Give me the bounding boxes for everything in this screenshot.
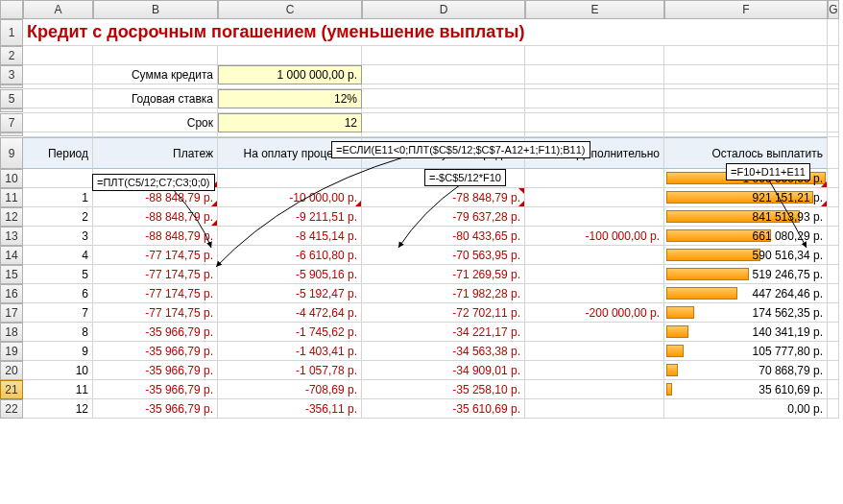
table-cell[interactable]: -77 174,75 р. (93, 265, 218, 284)
table-cell[interactable] (525, 342, 664, 361)
table-cell[interactable]: -35 610,69 р. (362, 399, 525, 419)
row-header-6[interactable] (0, 108, 23, 112)
table-cell[interactable]: -72 702,11 р. (362, 303, 525, 323)
table-cell[interactable] (525, 323, 664, 342)
table-cell[interactable]: -1 745,62 р. (218, 323, 362, 342)
table-cell[interactable]: 9 (23, 342, 93, 361)
table-cell[interactable]: -77 174,75 р. (93, 246, 218, 265)
table-cell[interactable]: -35 966,79 р. (93, 399, 218, 419)
table-cell[interactable] (525, 380, 664, 399)
table-cell[interactable]: -78 848,79 р. (362, 188, 525, 207)
col-header-A[interactable]: A (23, 0, 93, 19)
table-cell[interactable]: -35 966,79 р. (93, 361, 218, 380)
table-cell[interactable]: -70 563,95 р. (362, 246, 525, 265)
sum-input[interactable]: 1 000 000,00 р. (218, 65, 362, 84)
table-cell[interactable]: -79 637,28 р. (362, 207, 525, 227)
row-header-20[interactable]: 20 (0, 361, 23, 380)
row-header-19[interactable]: 19 (0, 342, 23, 361)
table-cell[interactable]: -34 221,17 р. (362, 323, 525, 342)
table-cell[interactable]: 8 (23, 323, 93, 342)
table-cell[interactable]: -34 909,01 р. (362, 361, 525, 380)
row-header-16[interactable]: 16 (0, 284, 23, 303)
table-cell[interactable]: 4 (23, 246, 93, 265)
row-header-4[interactable] (0, 84, 23, 88)
table-cell[interactable] (525, 207, 664, 227)
row-header-14[interactable]: 14 (0, 246, 23, 265)
remaining-cell[interactable]: 921 151,21 р. (664, 188, 828, 207)
remaining-cell[interactable]: 841 513,93 р. (664, 207, 828, 227)
table-cell[interactable]: -88 848,79 р. (93, 227, 218, 246)
table-cell[interactable] (525, 188, 664, 207)
table-cell[interactable] (525, 399, 664, 419)
table-cell[interactable]: -100 000,00 р. (525, 227, 664, 246)
table-cell[interactable]: -35 258,10 р. (362, 380, 525, 399)
table-cell[interactable]: -5 905,16 р. (218, 265, 362, 284)
table-cell[interactable]: -356,11 р. (218, 399, 362, 419)
table-cell[interactable]: 7 (23, 303, 93, 323)
remaining-cell[interactable]: 661 080,29 р. (664, 227, 828, 246)
rate-input[interactable]: 12% (218, 89, 362, 108)
table-cell[interactable]: -4 472,64 р. (218, 303, 362, 323)
row-header-7[interactable]: 7 (0, 113, 23, 132)
remaining-cell[interactable]: 35 610,69 р. (664, 380, 828, 399)
table-cell[interactable]: -88 848,79 р. (93, 207, 218, 227)
remaining-cell[interactable]: 0,00 р. (664, 399, 828, 419)
table-cell[interactable]: -77 174,75 р. (93, 284, 218, 303)
col-header-F[interactable]: F (664, 0, 828, 19)
table-cell[interactable]: 3 (23, 227, 93, 246)
table-cell[interactable]: 12 (23, 399, 93, 419)
table-cell[interactable]: -200 000,00 р. (525, 303, 664, 323)
row-header-11[interactable]: 11 (0, 188, 23, 207)
table-cell[interactable]: -10 000,00 р. (218, 188, 362, 207)
col-header-D[interactable]: D (362, 0, 525, 19)
table-cell[interactable]: -5 192,47 р. (218, 284, 362, 303)
table-cell[interactable]: -35 966,79 р. (93, 323, 218, 342)
row-header-18[interactable]: 18 (0, 323, 23, 342)
table-cell[interactable]: -708,69 р. (218, 380, 362, 399)
col-header-C[interactable]: C (218, 0, 362, 19)
remaining-cell[interactable]: 70 868,79 р. (664, 361, 828, 380)
table-cell[interactable] (525, 361, 664, 380)
col-header-E[interactable]: E (525, 0, 664, 19)
row-header-10[interactable]: 10 (0, 169, 23, 188)
table-cell[interactable]: -1 057,78 р. (218, 361, 362, 380)
row-header-8[interactable] (0, 132, 23, 136)
col-header-B[interactable]: B (93, 0, 218, 19)
row-header-22[interactable]: 22 (0, 399, 23, 419)
row-header-1[interactable]: 1 (0, 19, 23, 46)
table-cell[interactable] (525, 246, 664, 265)
remaining-cell[interactable]: 519 246,75 р. (664, 265, 828, 284)
remaining-cell[interactable]: 140 341,19 р. (664, 323, 828, 342)
table-cell[interactable]: -8 415,14 р. (218, 227, 362, 246)
table-cell[interactable]: -80 433,65 р. (362, 227, 525, 246)
row-header-12[interactable]: 12 (0, 207, 23, 227)
row-header-2[interactable]: 2 (0, 46, 23, 65)
row-header-5[interactable]: 5 (0, 89, 23, 108)
table-cell[interactable]: -6 610,80 р. (218, 246, 362, 265)
table-cell[interactable]: 6 (23, 284, 93, 303)
row-header-9[interactable]: 9 (0, 137, 23, 169)
table-cell[interactable]: 10 (23, 361, 93, 380)
row-header-3[interactable]: 3 (0, 65, 23, 84)
remaining-cell[interactable]: 105 777,80 р. (664, 342, 828, 361)
table-cell[interactable]: -71 269,59 р. (362, 265, 525, 284)
remaining-cell[interactable]: 447 264,46 р. (664, 284, 828, 303)
row-header-15[interactable]: 15 (0, 265, 23, 284)
table-cell[interactable]: 5 (23, 265, 93, 284)
remaining-cell[interactable]: 590 516,34 р. (664, 246, 828, 265)
table-cell[interactable]: -77 174,75 р. (93, 303, 218, 323)
select-all-corner[interactable] (0, 0, 23, 19)
table-cell[interactable]: 11 (23, 380, 93, 399)
row-header-13[interactable]: 13 (0, 227, 23, 246)
table-cell[interactable]: -35 966,79 р. (93, 342, 218, 361)
table-cell[interactable] (525, 265, 664, 284)
table-cell[interactable]: 1 (23, 188, 93, 207)
table-cell[interactable]: -71 982,28 р. (362, 284, 525, 303)
row-header-17[interactable]: 17 (0, 303, 23, 323)
remaining-cell[interactable]: 174 562,35 р. (664, 303, 828, 323)
table-cell[interactable]: -9 211,51 р. (218, 207, 362, 227)
table-cell[interactable]: -88 848,79 р. (93, 188, 218, 207)
col-header-G[interactable]: G (828, 0, 839, 19)
table-cell[interactable]: -1 403,41 р. (218, 342, 362, 361)
term-input[interactable]: 12 (218, 113, 362, 132)
